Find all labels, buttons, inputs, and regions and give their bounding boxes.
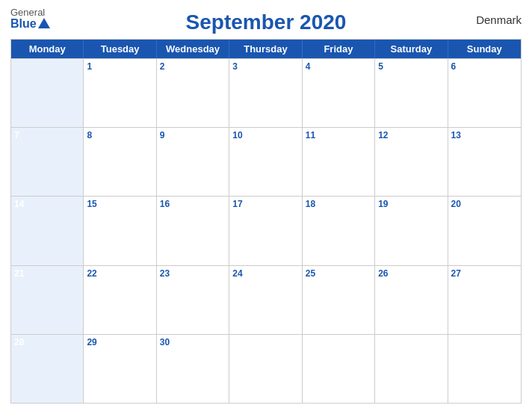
logo: General Blue — [10, 7, 50, 30]
day-cell: 19 — [375, 197, 448, 265]
day-number: 11 — [306, 130, 371, 142]
day-cell: 17 — [229, 197, 302, 265]
day-cell: 9 — [157, 128, 229, 196]
day-header-friday: Friday — [303, 40, 375, 58]
day-cell: 23 — [157, 266, 229, 334]
day-number: 23 — [160, 268, 226, 280]
day-cell: 11 — [303, 128, 375, 196]
week-row-5: 282930 — [11, 334, 521, 403]
day-number: 15 — [87, 199, 152, 211]
day-number: 17 — [232, 199, 298, 211]
day-number: 6 — [451, 61, 518, 73]
day-cell: 25 — [303, 266, 375, 334]
day-number: 26 — [378, 268, 444, 280]
day-cell: 21 — [11, 266, 84, 334]
day-number: 18 — [306, 199, 371, 211]
week-row-4: 21222324252627 — [11, 265, 521, 334]
day-cell: 22 — [84, 266, 156, 334]
day-cell: 29 — [84, 335, 156, 403]
day-number: 16 — [160, 199, 226, 211]
day-header-tuesday: Tuesday — [84, 40, 156, 58]
day-cell — [303, 335, 375, 403]
day-cell: 30 — [157, 335, 229, 403]
logo-triangle-icon — [38, 18, 50, 28]
day-cell: 13 — [448, 128, 521, 196]
day-number: 24 — [232, 268, 298, 280]
day-cell — [448, 335, 521, 403]
day-cell: 16 — [157, 197, 229, 265]
day-cell — [11, 59, 84, 127]
day-number: 13 — [451, 130, 518, 142]
week-row-2: 78910111213 — [11, 127, 521, 196]
day-header-monday: Monday — [11, 40, 84, 58]
day-cell — [229, 335, 302, 403]
day-cell: 26 — [375, 266, 448, 334]
day-cell: 15 — [84, 197, 156, 265]
page-title: September 2020 — [186, 10, 347, 34]
day-header-sunday: Sunday — [448, 40, 521, 58]
country-label: Denmark — [476, 13, 522, 26]
day-cell: 10 — [229, 128, 302, 196]
day-number: 7 — [14, 130, 80, 142]
logo-blue-text: Blue — [10, 18, 50, 30]
day-cell: 1 — [84, 59, 156, 127]
day-cell: 27 — [448, 266, 521, 334]
week-row-3: 14151617181920 — [11, 196, 521, 265]
day-number: 29 — [87, 337, 152, 349]
day-cell: 2 — [157, 59, 229, 127]
calendar-grid: MondayTuesdayWednesdayThursdayFridaySatu… — [10, 39, 522, 404]
calendar-header: General Blue September 2020 Denmark — [10, 7, 522, 39]
day-number: 14 — [14, 199, 80, 211]
day-cell: 20 — [448, 197, 521, 265]
day-cell: 12 — [375, 128, 448, 196]
day-cell: 8 — [84, 128, 156, 196]
day-header-saturday: Saturday — [375, 40, 448, 58]
day-cell: 18 — [303, 197, 375, 265]
day-number: 21 — [14, 268, 80, 280]
day-cell: 7 — [11, 128, 84, 196]
day-header-wednesday: Wednesday — [157, 40, 229, 58]
day-cell: 4 — [303, 59, 375, 127]
calendar-weeks: 1234567891011121314151617181920212223242… — [11, 58, 521, 403]
day-number: 12 — [378, 130, 444, 142]
day-number: 30 — [160, 337, 226, 349]
day-number: 4 — [306, 61, 371, 73]
day-number: 22 — [87, 268, 152, 280]
day-cell: 24 — [229, 266, 302, 334]
day-cell: 14 — [11, 197, 84, 265]
day-headers-row: MondayTuesdayWednesdayThursdayFridaySatu… — [11, 40, 521, 58]
day-number: 5 — [378, 61, 444, 73]
day-cell — [375, 335, 448, 403]
day-number: 8 — [87, 130, 152, 142]
day-number: 9 — [160, 130, 226, 142]
week-row-1: 123456 — [11, 58, 521, 127]
day-number: 20 — [451, 199, 518, 211]
day-number: 27 — [451, 268, 518, 280]
day-cell: 28 — [11, 335, 84, 403]
day-cell: 3 — [229, 59, 302, 127]
day-number: 19 — [378, 199, 444, 211]
day-number: 10 — [232, 130, 298, 142]
day-number: 1 — [87, 61, 152, 73]
logo-general-text: General — [10, 7, 45, 18]
day-number: 25 — [306, 268, 371, 280]
day-cell: 5 — [375, 59, 448, 127]
day-number: 2 — [160, 61, 226, 73]
day-number: 3 — [232, 61, 298, 73]
day-header-thursday: Thursday — [229, 40, 302, 58]
day-number: 28 — [14, 337, 80, 349]
day-cell: 6 — [448, 59, 521, 127]
